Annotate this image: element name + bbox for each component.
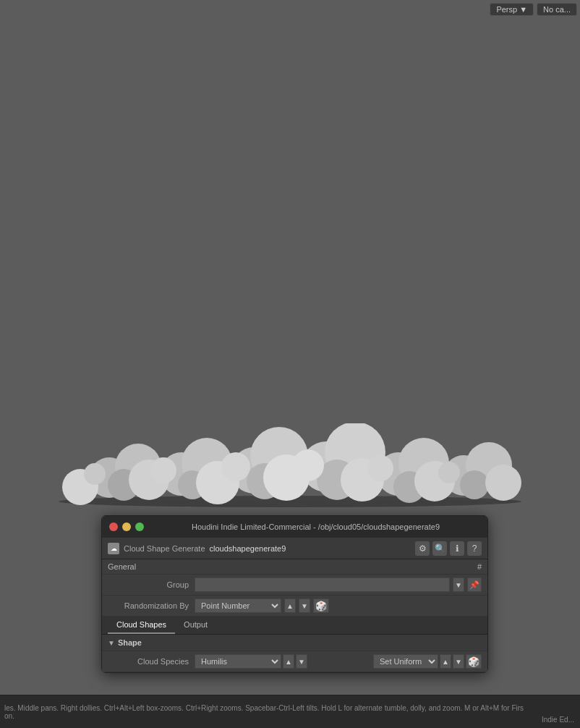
shape-section-title: Shape (118, 638, 142, 647)
cloud-3d-scene (37, 423, 543, 510)
svg-point-18 (460, 470, 489, 499)
randomization-arrow-down[interactable]: ▼ (299, 598, 310, 613)
svg-point-26 (84, 463, 106, 485)
tab-cloud-shapes[interactable]: Cloud Shapes (108, 617, 175, 634)
info-icon-button[interactable]: ℹ (450, 541, 464, 556)
cloud-species-dice-icon[interactable]: 🎲 (466, 654, 482, 669)
search-icon-button[interactable]: 🔍 (432, 541, 447, 556)
svg-point-27 (150, 457, 176, 483)
cloud-species-label: Cloud Species (108, 657, 195, 666)
status-right: Indie Ed... (542, 716, 574, 724)
viewport: Persp ▼ No ca... (0, 0, 580, 695)
set-uniform-arrow-up[interactable]: ▲ (440, 654, 451, 669)
set-uniform-arrow-down[interactable]: ▼ (453, 654, 464, 669)
species-arrow-up[interactable]: ▲ (283, 654, 294, 669)
status-bar: les. Middle pans. Right dollies. Ctrl+Al… (0, 695, 580, 728)
panel-content: General # Group ▼ 📌 Randomization By Poi… (102, 559, 487, 672)
tab-output[interactable]: Output (175, 617, 216, 634)
cloud-scene (0, 420, 580, 514)
close-button[interactable] (109, 522, 118, 531)
svg-point-29 (292, 449, 324, 481)
gear-icon-button[interactable]: ⚙ (415, 541, 430, 556)
title-bar: Houdini Indie Limited-Commercial - /obj/… (102, 516, 487, 538)
set-uniform-dropdown[interactable]: Set Uniform (373, 654, 438, 669)
cloud-species-left: Humilis Mediocris Congestus ▲ ▼ (195, 654, 307, 669)
randomization-param-row: Randomization By Point Number Point ID C… (102, 596, 487, 617)
window-title: Houdini Indie Limited-Commercial - /obj/… (151, 522, 480, 531)
maximize-button[interactable] (135, 522, 144, 531)
randomization-arrow-up[interactable]: ▲ (284, 598, 296, 613)
svg-point-28 (221, 452, 250, 481)
group-dropdown-arrow[interactable]: ▼ (453, 577, 464, 592)
shape-subsection-header: ▼ Shape (102, 635, 487, 651)
group-pin-button[interactable]: 📌 (467, 577, 482, 592)
node-type-label: Cloud Shape Generate (124, 544, 205, 553)
randomization-by-dropdown[interactable]: Point Number Point ID Custom (195, 598, 281, 613)
randomization-by-label: Randomization By (108, 601, 195, 610)
help-icon-button[interactable]: ? (467, 541, 482, 556)
status-line-1: les. Middle pans. Right dollies. Ctrl+Al… (4, 704, 576, 712)
cloud-species-param-row: Cloud Species Humilis Mediocris Congestu… (102, 651, 487, 672)
node-header-actions: ⚙ 🔍 ℹ ? (415, 541, 482, 556)
status-line-2: on. (4, 712, 576, 720)
svg-point-25 (485, 465, 521, 501)
shape-arrow-icon: ▼ (108, 639, 115, 647)
general-section-header: General # (102, 559, 487, 575)
camera-button[interactable]: No ca... (537, 3, 577, 16)
group-input[interactable] (195, 577, 450, 592)
randomization-dice-icon[interactable]: 🎲 (313, 598, 329, 613)
group-param-row: Group ▼ 📌 (102, 575, 487, 596)
group-label: Group (108, 580, 195, 589)
node-icon: ☁ (108, 543, 119, 554)
general-section-label: General (108, 562, 136, 571)
species-arrow-down[interactable]: ▼ (296, 654, 307, 669)
minimize-button[interactable] (122, 522, 131, 531)
houdini-window: Houdini Indie Limited-Commercial - /obj/… (101, 515, 488, 673)
svg-point-30 (367, 455, 393, 481)
general-section-right: # (477, 562, 482, 571)
node-header: ☁ Cloud Shape Generate cloudshapegenerat… (102, 538, 487, 559)
tab-bar: Cloud Shapes Output (102, 617, 487, 635)
group-control: ▼ 📌 (195, 577, 482, 592)
randomization-by-control: Point Number Point ID Custom ▲ ▼ 🎲 (195, 598, 482, 613)
cloud-species-right: Set Uniform ▲ ▼ 🎲 (373, 654, 482, 669)
svg-point-31 (438, 462, 460, 483)
viewport-controls: Persp ▼ No ca... (490, 3, 577, 16)
cloud-species-dropdown[interactable]: Humilis Mediocris Congestus (195, 654, 281, 669)
node-name: cloudshapegenerate9 (210, 544, 411, 553)
perspective-button[interactable]: Persp ▼ (490, 3, 534, 16)
